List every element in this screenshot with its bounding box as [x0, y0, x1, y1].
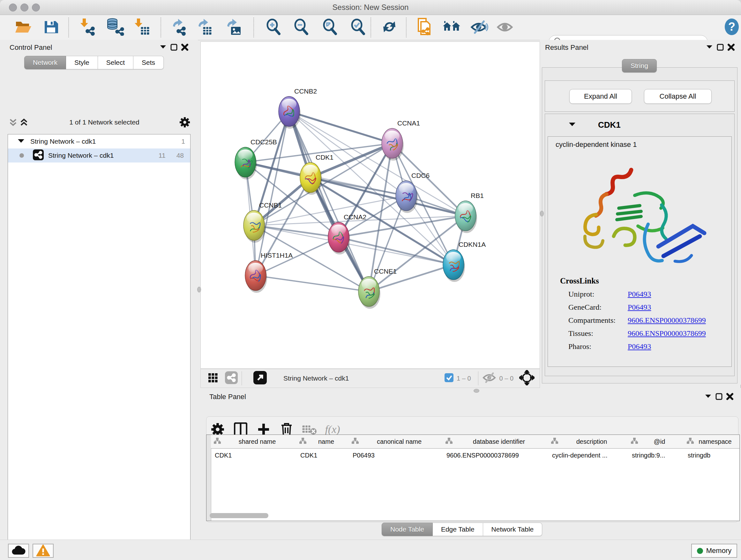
- table-cell[interactable]: 9606.ENSP00000378699: [443, 449, 548, 462]
- node-label: CCNA2: [344, 213, 366, 221]
- table-cell[interactable]: cyclin-dependent ...: [548, 449, 628, 462]
- network-edge[interactable]: [289, 111, 392, 143]
- network-node-CCNE1[interactable]: CCNE1: [358, 267, 397, 309]
- import-network-button[interactable]: [78, 18, 96, 37]
- table-settings-gear-icon[interactable]: [206, 423, 229, 436]
- clone-network-button[interactable]: [415, 18, 434, 37]
- table-cell[interactable]: stringdb:9...: [628, 449, 684, 462]
- network-canvas[interactable]: CCNB2CCNA1CDC25BCDK1CDC6RB1CCNB1CCNA2CDK…: [200, 42, 540, 369]
- control-panel-close-button[interactable]: [179, 43, 190, 52]
- expand-all-networks-icon[interactable]: [18, 118, 29, 127]
- collection-expander-icon[interactable]: [17, 138, 25, 145]
- hide-selected-button[interactable]: [470, 18, 488, 37]
- tab-edge-table[interactable]: Edge Table: [433, 523, 483, 536]
- table-cell[interactable]: stringdb: [684, 449, 739, 462]
- tab-style[interactable]: Style: [66, 56, 98, 69]
- zoom-fit-button[interactable]: [321, 18, 339, 37]
- network-overview-share-icon[interactable]: [225, 371, 238, 385]
- table-panel-collapse-button[interactable]: [703, 392, 714, 401]
- protein-expander-icon[interactable]: [568, 121, 576, 129]
- results-panel-collapse-button[interactable]: [704, 43, 715, 52]
- network-node-RB1[interactable]: RB1: [455, 192, 484, 233]
- node-label: CCNE1: [374, 267, 397, 275]
- table-panel-title: Table Panel: [209, 393, 246, 401]
- open-session-icon: [14, 18, 32, 37]
- table-panel-float-button[interactable]: [714, 392, 724, 401]
- node-table[interactable]: shared nameCDK1nameCDK1canonical nameP06…: [206, 435, 740, 521]
- save-session-button[interactable]: [42, 18, 60, 37]
- import-table-button[interactable]: [132, 18, 151, 37]
- control-panel-float-button[interactable]: [169, 43, 179, 52]
- network-edge[interactable]: [289, 111, 369, 292]
- export-table-button[interactable]: [196, 18, 214, 37]
- title-bar[interactable]: Session: New Session: [0, 0, 741, 15]
- tab-node-table[interactable]: Node Table: [382, 523, 433, 536]
- network-node-CCNB2[interactable]: CCNB2: [279, 87, 317, 129]
- network-node-CDKN1A[interactable]: CDKN1A: [443, 241, 486, 282]
- table-cell[interactable]: P06493: [349, 449, 443, 462]
- right-splitter-handle[interactable]: [540, 211, 544, 216]
- open-session-button[interactable]: [14, 18, 32, 37]
- collection-label: String Network – cdk1: [30, 138, 96, 145]
- column-header-shared-name[interactable]: shared name: [211, 435, 297, 449]
- network-options-gear-icon[interactable]: [179, 118, 190, 127]
- crosslink-link[interactable]: 9606.ENSP00000378699: [628, 329, 706, 338]
- zoom-out-button[interactable]: [292, 18, 311, 37]
- cloud-button[interactable]: [8, 544, 29, 558]
- detach-view-icon[interactable]: [253, 371, 267, 386]
- expand-all-button[interactable]: Expand All: [569, 89, 632, 104]
- tab-network[interactable]: Network: [24, 56, 66, 69]
- bottom-splitter-handle[interactable]: [474, 389, 479, 393]
- window-title: Session: New Session: [0, 3, 741, 12]
- cloud-icon: [11, 545, 26, 557]
- tab-string[interactable]: String: [622, 59, 657, 72]
- zoom-in-button[interactable]: [264, 18, 283, 37]
- collapse-all-button[interactable]: Collapse All: [644, 89, 712, 104]
- pan-crosshair-icon[interactable]: [519, 370, 535, 387]
- refresh-button[interactable]: [380, 18, 399, 37]
- show-all-button[interactable]: [496, 18, 515, 37]
- column-header-database-identifier[interactable]: database identifier: [443, 435, 549, 449]
- zoom-in-icon: [265, 18, 282, 37]
- memory-button[interactable]: Memory: [691, 544, 737, 558]
- horizontal-scrollbar-thumb[interactable]: [210, 513, 268, 518]
- table-cell[interactable]: CDK1: [296, 449, 349, 462]
- left-splitter-handle[interactable]: [197, 287, 201, 293]
- table-panel-close-button[interactable]: [724, 392, 735, 401]
- zoom-selected-button[interactable]: [349, 18, 367, 37]
- help-button[interactable]: ?: [723, 18, 741, 37]
- tab-network-table[interactable]: Network Table: [483, 523, 542, 536]
- column-header--id[interactable]: @id: [628, 435, 684, 449]
- results-panel-title: Results Panel: [545, 44, 589, 52]
- column-header-canonical-name[interactable]: canonical name: [349, 435, 443, 449]
- birdseye-grid-icon[interactable]: [208, 373, 218, 384]
- export-network-button[interactable]: [170, 18, 189, 37]
- import-network-database-button[interactable]: [106, 18, 125, 37]
- network-collection-row[interactable]: String Network – cdk1 1: [8, 134, 190, 148]
- crosslink-link[interactable]: P06493: [628, 303, 651, 312]
- crosslink-link[interactable]: P06493: [628, 342, 651, 351]
- column-header-description[interactable]: description: [548, 435, 628, 449]
- network-edge[interactable]: [256, 275, 369, 292]
- control-panel-collapse-button[interactable]: [158, 43, 169, 52]
- network-edge[interactable]: [289, 111, 466, 216]
- results-panel-float-button[interactable]: [715, 43, 726, 52]
- tab-sets[interactable]: Sets: [133, 56, 164, 69]
- first-neighbors-icon: [442, 18, 461, 37]
- protein-header[interactable]: CDK1: [545, 114, 734, 136]
- column-header-namespace[interactable]: namespace: [684, 435, 740, 449]
- crosslink-link[interactable]: 9606.ENSP00000378699: [628, 316, 706, 325]
- crosslink-link[interactable]: P06493: [628, 290, 651, 299]
- column-header-name[interactable]: name: [296, 435, 349, 449]
- tab-select[interactable]: Select: [98, 56, 133, 69]
- results-panel-close-button[interactable]: [726, 43, 737, 52]
- network-node-CCNA1[interactable]: CCNA1: [382, 119, 420, 161]
- export-image-button[interactable]: [224, 18, 243, 37]
- collapse-all-networks-icon[interactable]: [8, 118, 18, 127]
- selected-checkbox-icon[interactable]: [445, 373, 454, 383]
- warnings-button[interactable]: [32, 544, 54, 558]
- table-cell[interactable]: CDK1: [211, 449, 296, 462]
- network-node-HIST1H1A[interactable]: HIST1H1A: [245, 252, 293, 293]
- first-neighbors-button[interactable]: [443, 18, 461, 37]
- network-row-selected[interactable]: String Network – cdk1 11 48: [8, 148, 190, 163]
